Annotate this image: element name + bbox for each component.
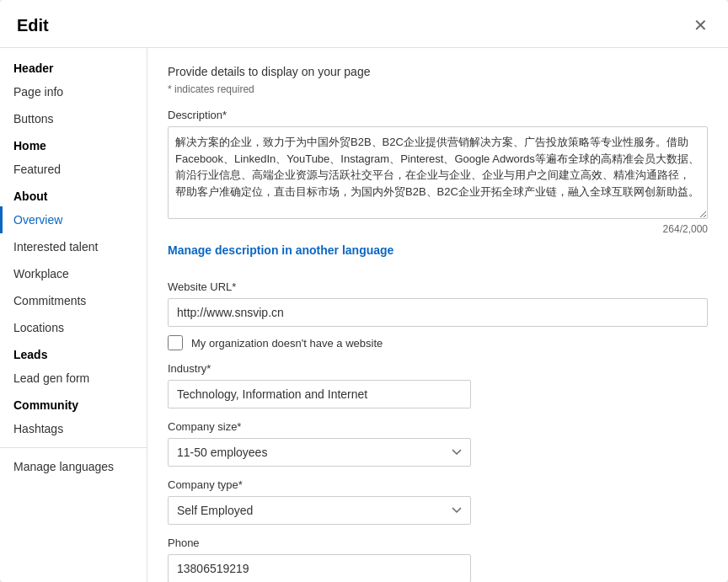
main-content: Provide details to display on your page …: [147, 48, 728, 582]
sidebar-item-interested-talent[interactable]: Interested talent: [0, 233, 147, 260]
sidebar-item-workplace[interactable]: Workplace: [0, 260, 147, 287]
phone-label: Phone: [168, 537, 708, 549]
sidebar-item-overview[interactable]: Overview: [0, 206, 147, 233]
website-label: Website URL*: [168, 280, 708, 293]
sidebar-item-buttons[interactable]: Buttons: [0, 105, 147, 132]
modal-body: Header Page info Buttons Home Featured A…: [0, 48, 728, 582]
company-type-label: Company type*: [168, 478, 708, 491]
phone-input[interactable]: [168, 554, 471, 582]
company-size-select[interactable]: 11-50 employees 1 employee 2-10 employee…: [168, 438, 471, 467]
sidebar-item-locations[interactable]: Locations: [0, 314, 147, 341]
company-size-label: Company size*: [168, 420, 708, 433]
sidebar-item-hashtags[interactable]: Hashtags: [0, 415, 147, 442]
industry-input[interactable]: [168, 380, 471, 408]
sidebar-item-manage-languages[interactable]: Manage languages: [0, 453, 147, 480]
website-input[interactable]: [168, 298, 708, 327]
modal-title: Edit: [17, 16, 49, 35]
description-label: Description*: [168, 109, 708, 121]
sidebar-divider: [0, 447, 147, 448]
required-note: * indicates required: [168, 83, 708, 95]
manage-lang-link[interactable]: Manage description in another language: [168, 243, 393, 257]
edit-modal: Edit ✕ Header Page info Buttons Home Fea…: [0, 0, 728, 582]
no-website-row: My organization doesn't have a website: [168, 335, 708, 350]
company-type-select[interactable]: Self Employed Privately Held Public Comp…: [168, 496, 471, 525]
char-count: 264/2,000: [168, 223, 708, 235]
no-website-label: My organization doesn't have a website: [191, 337, 383, 350]
modal-header: Edit ✕: [0, 0, 728, 48]
sidebar-item-home[interactable]: Home: [0, 132, 147, 156]
sidebar-item-lead-gen-form[interactable]: Lead gen form: [0, 365, 147, 392]
industry-label: Industry*: [168, 362, 708, 375]
sidebar-item-commitments[interactable]: Commitments: [0, 287, 147, 314]
sidebar-item-header[interactable]: Header: [0, 55, 147, 78]
sidebar-item-about[interactable]: About: [0, 183, 147, 206]
no-website-checkbox[interactable]: [168, 335, 183, 350]
sidebar-item-leads[interactable]: Leads: [0, 341, 147, 365]
description-wrapper: 解决方案的企业，致力于为中国外贸B2B、B2C企业提供营销解决方案、广告投放策略…: [168, 126, 708, 222]
sidebar: Header Page info Buttons Home Featured A…: [0, 48, 147, 582]
sidebar-item-featured[interactable]: Featured: [0, 156, 147, 183]
sidebar-item-community[interactable]: Community: [0, 392, 147, 415]
close-button[interactable]: ✕: [690, 13, 711, 37]
description-textarea[interactable]: 解决方案的企业，致力于为中国外贸B2B、B2C企业提供营销解决方案、广告投放策略…: [168, 126, 708, 219]
sidebar-item-page-info[interactable]: Page info: [0, 78, 147, 105]
page-subtitle: Provide details to display on your page: [168, 65, 708, 78]
